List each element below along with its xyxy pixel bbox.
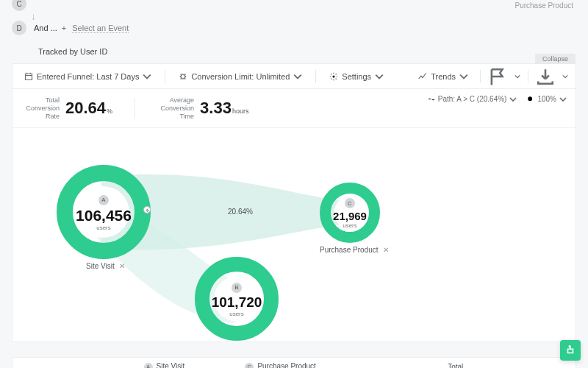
robot-icon [565,345,576,355]
chevron-down-icon [143,72,151,81]
divider [135,98,135,118]
conversion-limit-label: Conversion Limit: Unlimited [191,72,290,81]
funnel-panel: Collapse Entered Funnel: Last 7 Days Con… [12,63,576,342]
export-button[interactable] [536,68,555,85]
node-c-label-row: Purchase Product ✕ [320,246,389,254]
divider [528,70,528,83]
svg-point-1 [528,96,533,101]
step-d-circle: D [12,21,26,35]
entered-funnel-dropdown[interactable]: Entered Funnel: Last 7 Days [20,69,156,84]
avg-conversion-unit: hours [232,107,249,115]
metrics-bar: Total Conversion Rate 20.64% Average Con… [12,89,576,128]
conversion-limit-dropdown[interactable]: Conversion Limit: Unlimited [174,69,306,84]
funnel-percentage: 20.64% [228,208,253,216]
node-a-label-row: Site Visit ✕ [86,262,125,270]
step-and-text: And ... [34,24,57,32]
node-c-label: Purchase Product [320,246,379,254]
results-table: ASite Visit CPurchase Product Total Coun… [12,357,576,368]
divider [480,70,481,83]
zoom-label: 100% [537,95,556,103]
path-label: Path: A > C (20.64%) [438,95,507,103]
chevron-down-icon [509,96,517,103]
node-a-label: Site Visit [86,262,115,270]
path-selector[interactable]: Path: A > C (20.64%) [428,95,517,103]
chevron-down-icon[interactable] [514,74,520,79]
flag-icon [488,67,507,86]
trends-icon [418,72,427,81]
node-b[interactable]: B 101,720 users [195,257,279,341]
select-event-link[interactable]: Select an Event [72,24,129,33]
total-conversion-label: Total Conversion Rate [23,96,60,120]
node-c[interactable]: C 21,969 users [320,183,380,243]
divider [315,70,316,83]
zoom-selector[interactable]: 100% [527,95,567,103]
table-col-total-header: Total [440,358,576,368]
avg-conversion-metric: Average Conversion Time 3.33hours [157,96,248,120]
table-col-a-header: ASite Visit [137,358,238,368]
svg-point-0 [333,75,335,77]
table-col-c-header: CPurchase Product [237,358,440,368]
funnel-viz: A 106,456 users ✥ Site Visit ✕ 20.64% C … [12,128,576,342]
close-icon[interactable]: ✕ [383,246,389,254]
table-blank-header [12,358,137,368]
chevron-down-icon[interactable] [562,74,568,79]
node-b-letter: B [232,283,242,293]
calendar-icon [24,72,33,81]
node-a[interactable]: A 106,456 users [57,165,151,259]
node-b-users: users [212,311,262,317]
path-icon [428,96,435,103]
node-a-value: 106,456 [76,207,132,224]
close-icon[interactable]: ✕ [119,262,125,270]
step-d-row: D And ... + Select an Event [12,18,576,38]
node-c-value: 21,969 [333,210,367,222]
download-icon [536,67,555,86]
node-letter-a-icon: A [144,363,153,368]
gear-icon [329,72,338,81]
node-c-letter: C [345,198,355,208]
flag-button[interactable] [488,68,507,85]
settings-dropdown[interactable]: Settings [325,69,388,84]
trends-dropdown[interactable]: Trends [414,69,473,84]
node-a-letter: A [98,195,109,205]
tracked-by-text: Tracked by User ID [12,40,576,63]
chevron-down-icon [559,96,567,103]
collapse-button[interactable]: Collapse [535,54,576,64]
entered-funnel-label: Entered Funnel: Last 7 Days [37,72,139,81]
node-b-value: 101,720 [212,294,262,311]
trends-label: Trends [431,72,456,81]
total-conversion-metric: Total Conversion Rate 20.64% [23,96,112,120]
search-icon [527,96,534,103]
chevron-down-icon [375,72,384,81]
conversion-icon [179,72,187,81]
avg-conversion-value: 3.33 [200,99,232,117]
node-letter-c-icon: C [245,363,254,368]
settings-label: Settings [342,72,371,81]
avg-conversion-label: Average Conversion Time [157,96,194,120]
node-a-users: users [76,224,132,231]
panel-toolbar: Entered Funnel: Last 7 Days Conversion L… [12,64,576,89]
step-plus[interactable]: + [62,24,66,32]
total-conversion-unit: % [107,107,112,115]
help-fab[interactable] [560,340,581,361]
chevron-down-icon [459,72,468,81]
divider [165,70,165,83]
step-c-row: C [12,0,576,7]
total-conversion-value: 20.64 [65,99,106,117]
node-c-users: users [333,222,367,229]
chevron-down-icon [293,72,302,81]
